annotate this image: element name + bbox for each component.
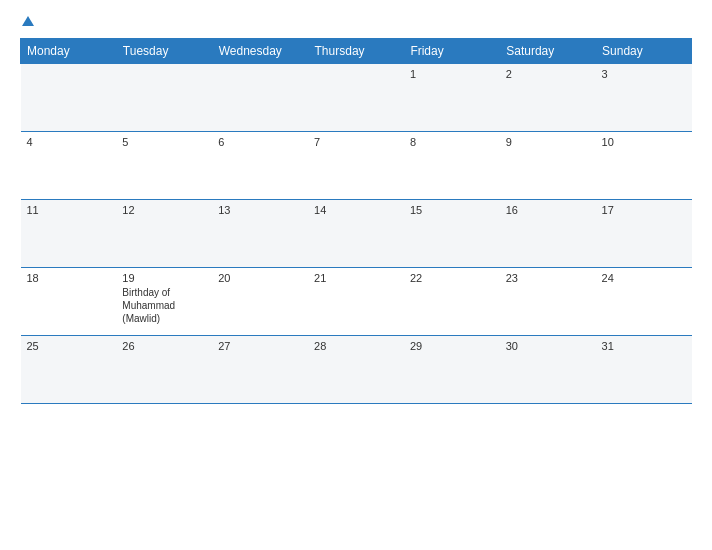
day-number: 16 bbox=[506, 204, 590, 216]
day-number: 11 bbox=[27, 204, 111, 216]
calendar-cell: 26 bbox=[116, 336, 212, 404]
day-number: 27 bbox=[218, 340, 302, 352]
calendar-cell: 1 bbox=[404, 64, 500, 132]
calendar-cell: 31 bbox=[596, 336, 692, 404]
day-number: 17 bbox=[602, 204, 686, 216]
weekday-header: Wednesday bbox=[212, 39, 308, 64]
calendar-cell: 18 bbox=[21, 268, 117, 336]
calendar-cell: 14 bbox=[308, 200, 404, 268]
logo bbox=[20, 16, 34, 26]
calendar-cell: 22 bbox=[404, 268, 500, 336]
calendar-cell: 11 bbox=[21, 200, 117, 268]
calendar-cell: 7 bbox=[308, 132, 404, 200]
day-number: 31 bbox=[602, 340, 686, 352]
weekday-header: Thursday bbox=[308, 39, 404, 64]
event-text: Birthday of Muhammad (Mawlid) bbox=[122, 287, 175, 324]
day-number: 20 bbox=[218, 272, 302, 284]
calendar-container: MondayTuesdayWednesdayThursdayFridaySatu… bbox=[0, 0, 712, 550]
calendar-cell: 25 bbox=[21, 336, 117, 404]
calendar-cell: 23 bbox=[500, 268, 596, 336]
weekday-header: Saturday bbox=[500, 39, 596, 64]
day-number: 26 bbox=[122, 340, 206, 352]
day-number: 13 bbox=[218, 204, 302, 216]
calendar-cell: 9 bbox=[500, 132, 596, 200]
day-number: 24 bbox=[602, 272, 686, 284]
day-number: 2 bbox=[506, 68, 590, 80]
day-number: 14 bbox=[314, 204, 398, 216]
day-number: 5 bbox=[122, 136, 206, 148]
calendar-week-row: 25262728293031 bbox=[21, 336, 692, 404]
calendar-cell: 12 bbox=[116, 200, 212, 268]
day-number: 15 bbox=[410, 204, 494, 216]
calendar-cell: 27 bbox=[212, 336, 308, 404]
day-number: 4 bbox=[27, 136, 111, 148]
logo-triangle-icon bbox=[22, 16, 34, 26]
day-number: 28 bbox=[314, 340, 398, 352]
calendar-cell: 6 bbox=[212, 132, 308, 200]
calendar-cell bbox=[308, 64, 404, 132]
day-number: 8 bbox=[410, 136, 494, 148]
calendar-cell: 2 bbox=[500, 64, 596, 132]
day-number: 9 bbox=[506, 136, 590, 148]
calendar-cell bbox=[212, 64, 308, 132]
calendar-week-row: 45678910 bbox=[21, 132, 692, 200]
calendar-cell: 3 bbox=[596, 64, 692, 132]
calendar-cell: 24 bbox=[596, 268, 692, 336]
day-number: 12 bbox=[122, 204, 206, 216]
calendar-cell: 4 bbox=[21, 132, 117, 200]
calendar-cell: 16 bbox=[500, 200, 596, 268]
day-number: 10 bbox=[602, 136, 686, 148]
weekday-header: Friday bbox=[404, 39, 500, 64]
day-number: 25 bbox=[27, 340, 111, 352]
calendar-cell: 20 bbox=[212, 268, 308, 336]
calendar-cell: 29 bbox=[404, 336, 500, 404]
day-number: 23 bbox=[506, 272, 590, 284]
calendar-cell bbox=[116, 64, 212, 132]
weekday-header-row: MondayTuesdayWednesdayThursdayFridaySatu… bbox=[21, 39, 692, 64]
day-number: 29 bbox=[410, 340, 494, 352]
calendar-cell: 15 bbox=[404, 200, 500, 268]
day-number: 21 bbox=[314, 272, 398, 284]
calendar-cell: 10 bbox=[596, 132, 692, 200]
weekday-header: Tuesday bbox=[116, 39, 212, 64]
day-number: 3 bbox=[602, 68, 686, 80]
calendar-cell: 5 bbox=[116, 132, 212, 200]
calendar-week-row: 123 bbox=[21, 64, 692, 132]
calendar-cell: 28 bbox=[308, 336, 404, 404]
day-number: 1 bbox=[410, 68, 494, 80]
calendar-cell: 30 bbox=[500, 336, 596, 404]
day-number: 30 bbox=[506, 340, 590, 352]
day-number: 7 bbox=[314, 136, 398, 148]
day-number: 19 bbox=[122, 272, 206, 284]
calendar-table: MondayTuesdayWednesdayThursdayFridaySatu… bbox=[20, 38, 692, 404]
calendar-cell: 21 bbox=[308, 268, 404, 336]
calendar-header bbox=[20, 16, 692, 26]
calendar-week-row: 11121314151617 bbox=[21, 200, 692, 268]
calendar-week-row: 1819Birthday of Muhammad (Mawlid)2021222… bbox=[21, 268, 692, 336]
weekday-header: Monday bbox=[21, 39, 117, 64]
calendar-cell: 13 bbox=[212, 200, 308, 268]
day-number: 6 bbox=[218, 136, 302, 148]
day-number: 18 bbox=[27, 272, 111, 284]
calendar-cell bbox=[21, 64, 117, 132]
day-number: 22 bbox=[410, 272, 494, 284]
weekday-header: Sunday bbox=[596, 39, 692, 64]
calendar-cell: 19Birthday of Muhammad (Mawlid) bbox=[116, 268, 212, 336]
calendar-cell: 8 bbox=[404, 132, 500, 200]
calendar-cell: 17 bbox=[596, 200, 692, 268]
